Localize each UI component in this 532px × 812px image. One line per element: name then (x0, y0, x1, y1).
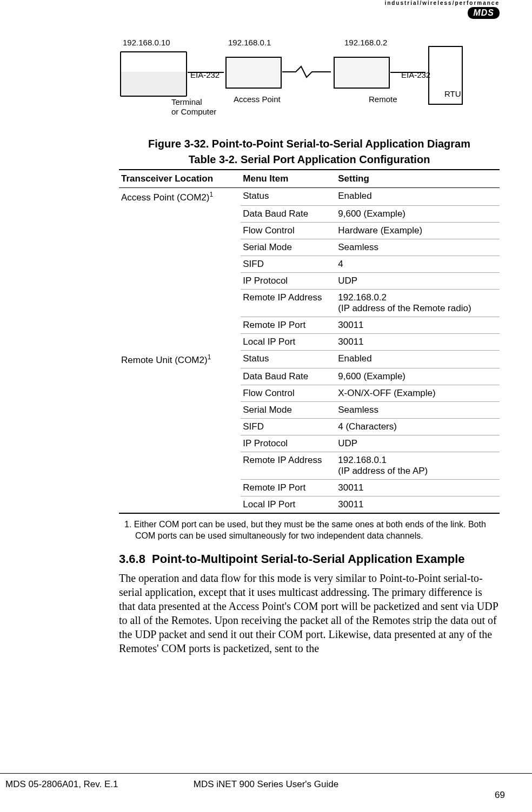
cell-setting: 30011 (336, 479, 500, 496)
th-location: Transceiver Location (119, 170, 241, 188)
cell-menu: Serial Mode (241, 401, 336, 418)
cell-menu: Status (241, 351, 336, 368)
body-paragraph: The operation and data flow for this mod… (119, 571, 500, 655)
table-row: Serial ModeSeamless (119, 239, 500, 256)
cell-location (119, 418, 241, 435)
section-title: Point-to-Multipoint Serial-to-Serial App… (152, 552, 465, 566)
cell-location (119, 334, 241, 351)
cell-location (119, 256, 241, 273)
cell-location (119, 239, 241, 256)
footer-page-number: 69 (495, 790, 505, 800)
cell-location (119, 496, 241, 513)
diagram-ap-label: Access Point (234, 95, 281, 104)
cell-menu: IP Protocol (241, 435, 336, 452)
diagram-ip-terminal: 192.168.0.10 (123, 38, 170, 47)
table-row: IP ProtocolUDP (119, 273, 500, 290)
laptop-icon (120, 51, 187, 97)
table-row: Serial ModeSeamless (119, 401, 500, 418)
cell-setting: 9,600 (Example) (336, 206, 500, 223)
cell-menu: IP Protocol (241, 273, 336, 290)
cell-menu: SIFD (241, 256, 336, 273)
wireless-link-icon (282, 65, 331, 79)
remote-radio-icon (334, 57, 390, 89)
cell-setting: Seamless (336, 401, 500, 418)
cell-location: Remote Unit (COM2)1 (119, 351, 241, 368)
cell-setting: X-ON/X-OFF (Example) (336, 385, 500, 401)
cell-setting: Enabled (336, 351, 500, 368)
cell-menu: Remote IP Port (241, 317, 336, 334)
table-caption: Table 3-2. Serial Port Application Confi… (119, 153, 500, 166)
cell-menu: Remote IP Port (241, 479, 336, 496)
cell-location (119, 223, 241, 239)
table-row: Flow ControlHardware (Example) (119, 223, 500, 239)
cell-setting: 30011 (336, 496, 500, 513)
brand-logo: MDS (468, 7, 500, 19)
main-content: 192.168.0.10 192.168.0.1 192.168.0.2 EIA… (119, 0, 500, 655)
cell-menu: Local IP Port (241, 334, 336, 351)
table-row: SIFD4 (Characters) (119, 418, 500, 435)
cell-location (119, 435, 241, 452)
section-number: 3.6.8 (119, 552, 145, 566)
diagram-eia-right: EIA-232 (401, 70, 430, 79)
cell-setting: 4 (336, 256, 500, 273)
cell-setting: Enabled (336, 188, 500, 206)
diagram-remote-label: Remote (369, 95, 397, 104)
page-footer: MDS 05-2806A01, Rev. E.1 MDS iNET 900 Se… (0, 773, 532, 790)
cell-location (119, 452, 241, 479)
cell-location (119, 206, 241, 223)
cell-menu: Flow Control (241, 385, 336, 401)
diagram-ip-ap: 192.168.0.1 (228, 38, 271, 47)
config-table: Transceiver Location Menu Item Setting A… (119, 169, 500, 514)
cell-menu: Data Baud Rate (241, 206, 336, 223)
access-point-icon (225, 57, 282, 89)
th-setting: Setting (336, 170, 500, 188)
cell-location: Access Point (COM2)1 (119, 188, 241, 206)
cell-location (119, 368, 241, 385)
footer-doc-id: MDS 05-2806A01, Rev. E.1 (5, 779, 118, 790)
cell-menu: Remote IP Address (241, 290, 336, 317)
section-heading: 3.6.8 Point-to-Multipoint Serial-to-Seri… (119, 552, 500, 566)
table-row: SIFD4 (119, 256, 500, 273)
cell-menu: Flow Control (241, 223, 336, 239)
cell-location (119, 273, 241, 290)
cell-location (119, 290, 241, 317)
figure-caption: Figure 3-32. Point-to-Point Serial-to-Se… (119, 138, 500, 150)
table-row: Remote IP Address192.168.0.1 (IP address… (119, 452, 500, 479)
table-row: Remote IP Address192.168.0.2 (IP address… (119, 290, 500, 317)
table-row: Local IP Port30011 (119, 496, 500, 513)
cell-setting: Seamless (336, 239, 500, 256)
table-row: Remote IP Port30011 (119, 317, 500, 334)
cell-setting: Hardware (Example) (336, 223, 500, 239)
cell-setting: 4 (Characters) (336, 418, 500, 435)
cell-setting: UDP (336, 273, 500, 290)
th-menu: Menu Item (241, 170, 336, 188)
document-page: industrial/wireless/performance MDS 192.… (0, 0, 532, 800)
cell-menu: Remote IP Address (241, 452, 336, 479)
diagram-ip-remote: 192.168.0.2 (344, 38, 387, 47)
cell-setting: 9,600 (Example) (336, 368, 500, 385)
cell-menu: Serial Mode (241, 239, 336, 256)
cell-location (119, 479, 241, 496)
cell-setting: 192.168.0.1 (IP address of the AP) (336, 452, 500, 479)
table-row: Data Baud Rate9,600 (Example) (119, 368, 500, 385)
cell-menu: SIFD (241, 418, 336, 435)
cell-menu: Local IP Port (241, 496, 336, 513)
cell-menu: Data Baud Rate (241, 368, 336, 385)
table-row: Remote Unit (COM2)1StatusEnabled (119, 351, 500, 368)
cell-setting: 192.168.0.2 (IP address of the Remote ra… (336, 290, 500, 317)
diagram-terminal-label: Terminal or Computer (171, 97, 216, 117)
cell-setting: 30011 (336, 334, 500, 351)
cell-setting: UDP (336, 435, 500, 452)
diagram-eia-left: EIA-232 (190, 70, 220, 79)
network-diagram: 192.168.0.10 192.168.0.1 192.168.0.2 EIA… (120, 38, 498, 130)
cell-menu: Status (241, 188, 336, 206)
table-row: IP ProtocolUDP (119, 435, 500, 452)
cell-location (119, 385, 241, 401)
table-row: Local IP Port30011 (119, 334, 500, 351)
table-row: Remote IP Port30011 (119, 479, 500, 496)
cell-location (119, 317, 241, 334)
table-row: Data Baud Rate9,600 (Example) (119, 206, 500, 223)
table-footnote: 1. Either COM port can be used, but they… (135, 519, 500, 542)
brand-block: industrial/wireless/performance MDS (384, 0, 500, 19)
cell-location (119, 401, 241, 418)
